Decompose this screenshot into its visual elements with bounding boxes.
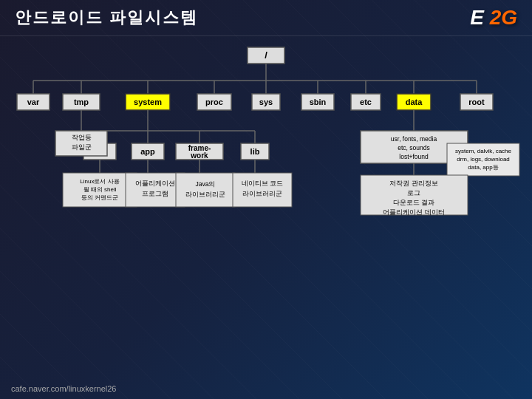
tree-svg: / var tmp system (11, 44, 521, 376)
svg-text:저작권 관리정보: 저작권 관리정보 (389, 180, 437, 187)
svg-text:다운로드 결과: 다운로드 결과 (393, 199, 434, 206)
file-system-tree: / var tmp system (11, 44, 521, 376)
svg-text:sys: sys (259, 98, 273, 106)
svg-text:root: root (468, 98, 485, 106)
svg-text:어플리케이션: 어플리케이션 (135, 180, 175, 187)
svg-text:work: work (190, 151, 208, 160)
svg-text:작업등: 작업등 (72, 134, 92, 141)
main-content: / var tmp system (0, 36, 532, 383)
svg-text:system: system (134, 98, 162, 106)
svg-text:system, dalvik, cache: system, dalvik, cache (455, 148, 512, 154)
svg-text:var: var (27, 98, 40, 106)
svg-text:어플리케이션 데이터: 어플리케이션 데이터 (383, 208, 444, 216)
svg-text:Linux로서 사용: Linux로서 사용 (80, 178, 119, 185)
svg-text:data: data (406, 98, 423, 106)
svg-text:네이티브 코드: 네이티브 코드 (242, 180, 283, 187)
svg-text:라이브러리군: 라이브러리군 (242, 190, 282, 197)
svg-text:Java의: Java의 (196, 180, 216, 188)
logo: E 2G (470, 6, 517, 30)
logo-e: E (470, 6, 484, 29)
svg-text:app: app (140, 147, 155, 156)
header: 안드로이드 파일시스템 E 2G (0, 0, 532, 36)
svg-text:프로그램: 프로그램 (142, 190, 168, 197)
svg-text:usr, fonts, media: usr, fonts, media (391, 135, 437, 143)
svg-text:lost+found: lost+found (399, 153, 429, 160)
root-label: / (265, 50, 267, 61)
svg-text:될 때의 shell: 될 때의 shell (83, 186, 117, 193)
svg-text:sbin: sbin (310, 98, 327, 106)
svg-text:tmp: tmp (74, 98, 89, 106)
logo-2g: 2G (484, 6, 517, 29)
svg-text:라이브러리군: 라이브러리군 (185, 191, 225, 198)
footer: cafe.naver.com/linuxkernel26 (11, 384, 116, 393)
footer-url: cafe.naver.com/linuxkernel26 (11, 384, 116, 393)
svg-text:등의 커맨드군: 등의 커맨드군 (81, 194, 118, 201)
svg-rect-69 (176, 173, 235, 207)
svg-text:lib: lib (250, 147, 260, 156)
svg-text:etc: etc (360, 98, 372, 106)
page-title: 안드로이드 파일시스템 (15, 7, 198, 29)
svg-text:파일군: 파일군 (72, 143, 92, 151)
svg-text:로그: 로그 (407, 189, 420, 197)
svg-text:data, app등: data, app등 (468, 164, 498, 171)
svg-text:etc, sounds: etc, sounds (398, 144, 429, 151)
svg-text:drm, logs, download: drm, logs, download (457, 156, 510, 163)
svg-text:proc: proc (205, 98, 223, 106)
